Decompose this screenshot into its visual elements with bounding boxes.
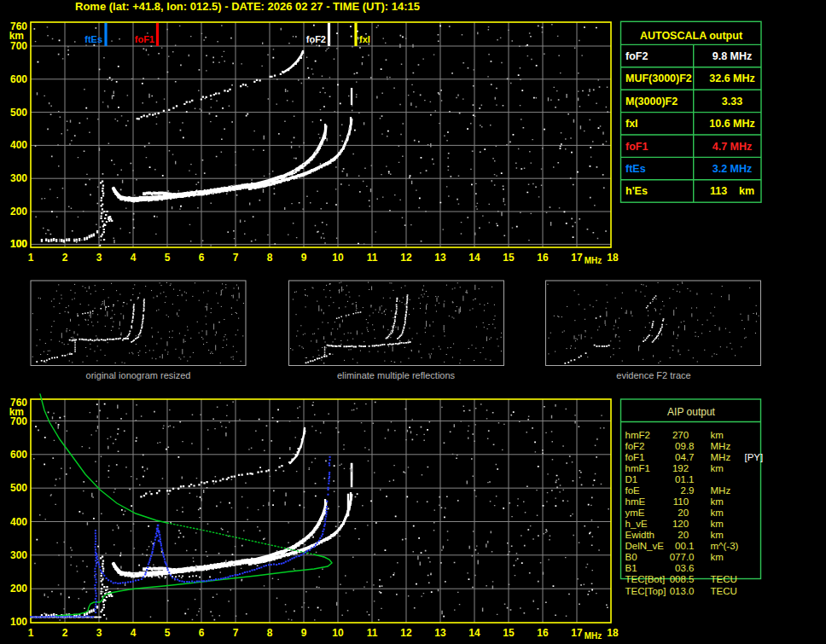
svg-text:9: 9 bbox=[301, 252, 307, 264]
svg-text:1: 1 bbox=[28, 252, 34, 264]
svg-text:original ionogram resized: original ionogram resized bbox=[86, 370, 191, 380]
svg-text:2: 2 bbox=[62, 627, 68, 639]
svg-text:7: 7 bbox=[233, 252, 239, 264]
svg-text:09.8: 09.8 bbox=[675, 441, 694, 451]
svg-text:3.33: 3.33 bbox=[722, 96, 742, 107]
svg-text:077.0: 077.0 bbox=[670, 552, 695, 562]
svg-text:700: 700 bbox=[10, 40, 27, 52]
svg-text:3: 3 bbox=[96, 252, 102, 264]
svg-text:MHz: MHz bbox=[711, 452, 731, 462]
svg-text:TECU: TECU bbox=[711, 586, 737, 596]
svg-text:M(3000)F2: M(3000)F2 bbox=[625, 96, 678, 107]
svg-text:h_vE: h_vE bbox=[625, 519, 649, 529]
svg-text:5: 5 bbox=[165, 252, 171, 264]
svg-text:B1: B1 bbox=[625, 563, 637, 573]
svg-text:18: 18 bbox=[607, 627, 619, 639]
svg-text:600: 600 bbox=[10, 449, 27, 461]
svg-text:TEC[Bot]: TEC[Bot] bbox=[625, 574, 666, 584]
svg-text:11: 11 bbox=[367, 627, 378, 639]
svg-text:km: km bbox=[711, 530, 724, 540]
svg-text:AUTOSCALA output: AUTOSCALA output bbox=[640, 30, 743, 42]
svg-text:1: 1 bbox=[28, 627, 34, 639]
svg-text:270: 270 bbox=[672, 430, 695, 440]
svg-text:4: 4 bbox=[131, 252, 137, 264]
svg-text:ftEs: ftEs bbox=[84, 34, 102, 44]
svg-text:AIP output: AIP output bbox=[667, 406, 715, 418]
svg-text:7: 7 bbox=[233, 627, 239, 639]
svg-text:16: 16 bbox=[537, 252, 549, 264]
svg-text:MUF(3000)F2: MUF(3000)F2 bbox=[625, 73, 692, 84]
svg-text:Rome (lat: +41.8, lon: 012.5): Rome (lat: +41.8, lon: 012.5) - DATE: 20… bbox=[75, 0, 420, 13]
svg-text:17: 17 bbox=[571, 252, 583, 264]
svg-text:3: 3 bbox=[96, 627, 102, 639]
svg-text:14: 14 bbox=[468, 627, 480, 639]
svg-text:foF2: foF2 bbox=[306, 34, 326, 44]
svg-text:hmE: hmE bbox=[625, 496, 646, 507]
svg-text:20: 20 bbox=[678, 530, 694, 540]
svg-text:500: 500 bbox=[10, 482, 27, 494]
svg-text:foE: foE bbox=[625, 485, 641, 496]
svg-text:foF1: foF1 bbox=[625, 452, 645, 462]
svg-text:foF1: foF1 bbox=[135, 34, 154, 44]
svg-text:13: 13 bbox=[434, 627, 446, 639]
svg-text:[PY]: [PY] bbox=[745, 452, 764, 462]
svg-text:6: 6 bbox=[199, 627, 205, 639]
svg-text:15: 15 bbox=[503, 252, 515, 264]
svg-text:foF1: foF1 bbox=[625, 141, 648, 153]
svg-text:foF2: foF2 bbox=[625, 441, 645, 451]
svg-text:200: 200 bbox=[10, 206, 27, 218]
svg-text:TEC[Top]: TEC[Top] bbox=[625, 586, 666, 596]
svg-text:km: km bbox=[711, 496, 724, 507]
svg-text:km: km bbox=[711, 508, 724, 518]
svg-text:fxI: fxI bbox=[625, 118, 638, 130]
svg-text:MHz: MHz bbox=[711, 485, 731, 496]
svg-text:600: 600 bbox=[10, 73, 27, 85]
svg-text:eliminate multiple reflections: eliminate multiple reflections bbox=[337, 370, 456, 380]
svg-text:hmF2: hmF2 bbox=[625, 430, 650, 440]
svg-text:Ewidth: Ewidth bbox=[625, 530, 655, 540]
svg-text:6: 6 bbox=[199, 252, 205, 264]
svg-text:10: 10 bbox=[332, 627, 344, 639]
svg-text:km: km bbox=[711, 519, 724, 529]
svg-text:4.7 MHz: 4.7 MHz bbox=[713, 141, 753, 153]
svg-text:00.1: 00.1 bbox=[675, 541, 694, 551]
svg-text:ftEs: ftEs bbox=[625, 163, 646, 175]
svg-text:evidence F2 trace: evidence F2 trace bbox=[616, 370, 690, 380]
svg-text:ymE: ymE bbox=[625, 508, 645, 518]
svg-text:300: 300 bbox=[10, 549, 27, 561]
svg-text:DelN_vE: DelN_vE bbox=[625, 541, 665, 551]
svg-text:120: 120 bbox=[672, 519, 695, 529]
svg-text:14: 14 bbox=[468, 252, 480, 264]
svg-text:01.1: 01.1 bbox=[675, 474, 694, 484]
svg-text:8: 8 bbox=[267, 252, 273, 264]
svg-text:5: 5 bbox=[165, 627, 171, 639]
svg-text:12: 12 bbox=[400, 627, 412, 639]
svg-text:8: 8 bbox=[267, 627, 273, 639]
svg-text:03.6: 03.6 bbox=[675, 563, 694, 573]
svg-text:2: 2 bbox=[62, 252, 68, 264]
svg-text:9.8 MHz: 9.8 MHz bbox=[713, 50, 753, 62]
svg-text:008.5: 008.5 bbox=[670, 574, 695, 584]
svg-text:12: 12 bbox=[400, 252, 412, 264]
svg-text:TECU: TECU bbox=[711, 574, 737, 584]
svg-text:04.7: 04.7 bbox=[675, 452, 694, 462]
svg-text:km: km bbox=[711, 463, 724, 473]
svg-text:32.6 MHz: 32.6 MHz bbox=[709, 73, 755, 84]
svg-text:h'Es: h'Es bbox=[625, 185, 648, 197]
svg-text:15: 15 bbox=[503, 627, 515, 639]
svg-text:200: 200 bbox=[10, 583, 27, 595]
svg-text:fxI: fxI bbox=[359, 34, 370, 44]
svg-text:D1: D1 bbox=[625, 474, 638, 484]
svg-text:300: 300 bbox=[10, 172, 27, 184]
svg-text:700: 700 bbox=[10, 415, 27, 427]
svg-text:foF2: foF2 bbox=[625, 50, 648, 62]
svg-text:192: 192 bbox=[672, 463, 695, 473]
svg-text:20: 20 bbox=[678, 508, 694, 518]
svg-text:MHz: MHz bbox=[585, 256, 602, 265]
svg-text:hmF1: hmF1 bbox=[625, 463, 650, 473]
svg-text:100: 100 bbox=[10, 616, 27, 628]
svg-text:MHz: MHz bbox=[585, 631, 602, 641]
svg-text:B0: B0 bbox=[625, 552, 637, 562]
svg-text:400: 400 bbox=[10, 139, 27, 151]
svg-text:110: 110 bbox=[673, 496, 695, 507]
